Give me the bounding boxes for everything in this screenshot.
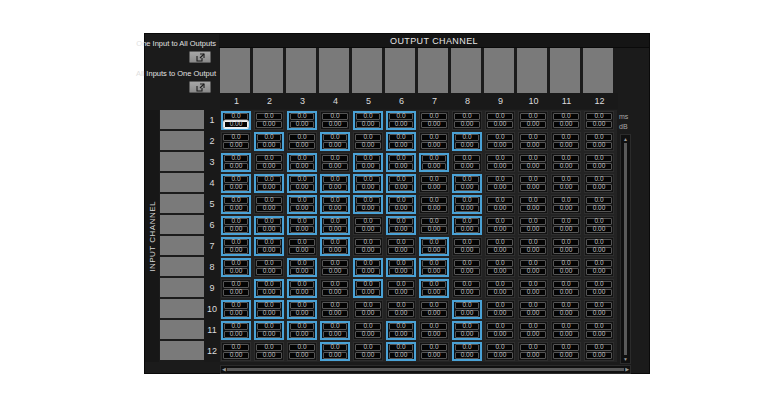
cell-db-field[interactable]: 0.00 bbox=[257, 289, 281, 296]
matrix-cell-r6c4[interactable]: 0.00.00 bbox=[319, 215, 352, 236]
matrix-cell-r12c10[interactable]: 0.00.00 bbox=[517, 341, 550, 362]
cell-db-field[interactable]: 0.00 bbox=[223, 142, 249, 149]
cell-ms-field[interactable]: 0.0 bbox=[487, 323, 513, 330]
input-channel-name-block[interactable] bbox=[160, 110, 204, 129]
cell-ms-field[interactable]: 0.0 bbox=[421, 134, 447, 141]
cell-db-field[interactable]: 0.00 bbox=[421, 310, 447, 317]
matrix-cell-r7c9[interactable]: 0.00.00 bbox=[484, 236, 517, 257]
output-channel-name-block[interactable] bbox=[385, 48, 415, 93]
cell-db-field[interactable]: 0.00 bbox=[487, 121, 513, 128]
cell-ms-field[interactable]: 0.0 bbox=[290, 113, 314, 120]
cell-ms-field[interactable]: 0.0 bbox=[356, 113, 380, 120]
cell-db-field[interactable]: 0.00 bbox=[355, 142, 381, 149]
cell-db-field[interactable]: 0.00 bbox=[553, 247, 579, 254]
cell-ms-field[interactable]: 0.0 bbox=[323, 176, 347, 183]
matrix-cell-r1c11[interactable]: 0.00.00 bbox=[550, 110, 583, 131]
cell-ms-field[interactable]: 0.0 bbox=[224, 323, 248, 330]
cell-ms-field[interactable]: 0.0 bbox=[520, 197, 546, 204]
cell-db-field[interactable]: 0.00 bbox=[586, 289, 612, 296]
matrix-cell-r8c9[interactable]: 0.00.00 bbox=[484, 257, 517, 278]
cell-db-field[interactable]: 0.00 bbox=[323, 352, 347, 359]
cell-db-field[interactable]: 0.00 bbox=[487, 184, 513, 191]
matrix-cell-r1c6[interactable]: 0.00.00 bbox=[385, 110, 418, 131]
cell-ms-field[interactable]: 0.0 bbox=[256, 155, 282, 162]
cell-ms-field[interactable]: 0.0 bbox=[323, 218, 347, 225]
matrix-cell-r8c12[interactable]: 0.00.00 bbox=[583, 257, 616, 278]
output-channel-name-block[interactable] bbox=[220, 48, 250, 93]
matrix-cell-r9c1[interactable]: 0.00.00 bbox=[220, 278, 253, 299]
cell-ms-field[interactable]: 0.0 bbox=[487, 344, 513, 351]
matrix-cell-r7c10[interactable]: 0.00.00 bbox=[517, 236, 550, 257]
matrix-cell-r7c8[interactable]: 0.00.00 bbox=[451, 236, 484, 257]
cell-ms-field[interactable]: 0.0 bbox=[356, 281, 380, 288]
matrix-cell-r4c8[interactable]: 0.00.00 bbox=[451, 173, 484, 194]
cell-db-field[interactable]: 0.00 bbox=[454, 121, 480, 128]
cell-ms-field[interactable]: 0.0 bbox=[586, 197, 612, 204]
matrix-cell-r7c7[interactable]: 0.00.00 bbox=[418, 236, 451, 257]
one-input-to-all-outputs-button[interactable] bbox=[189, 51, 211, 63]
matrix-cell-r5c1[interactable]: 0.00.00 bbox=[220, 194, 253, 215]
cell-ms-field[interactable]: 0.0 bbox=[256, 344, 282, 351]
cell-ms-field[interactable]: 0.0 bbox=[455, 197, 479, 204]
cell-db-field[interactable]: 0.00 bbox=[323, 142, 347, 149]
matrix-cell-r9c6[interactable]: 0.00.00 bbox=[385, 278, 418, 299]
cell-db-field[interactable]: 0.00 bbox=[289, 247, 315, 254]
matrix-cell-r2c10[interactable]: 0.00.00 bbox=[517, 131, 550, 152]
cell-db-field[interactable]: 0.00 bbox=[356, 205, 380, 212]
matrix-cell-r12c8[interactable]: 0.00.00 bbox=[451, 341, 484, 362]
cell-db-field[interactable]: 0.00 bbox=[389, 121, 413, 128]
scroll-down-icon[interactable]: ▼ bbox=[623, 356, 628, 362]
matrix-cell-r10c8[interactable]: 0.00.00 bbox=[451, 299, 484, 320]
cell-ms-field[interactable]: 0.0 bbox=[487, 281, 513, 288]
matrix-cell-r4c9[interactable]: 0.00.00 bbox=[484, 173, 517, 194]
cell-db-field[interactable]: 0.00 bbox=[454, 289, 480, 296]
output-channel-name-block[interactable] bbox=[451, 48, 481, 93]
cell-ms-field[interactable]: 0.0 bbox=[224, 155, 248, 162]
cell-db-field[interactable]: 0.00 bbox=[389, 352, 413, 359]
cell-db-field[interactable]: 0.00 bbox=[290, 121, 314, 128]
cell-db-field[interactable]: 0.00 bbox=[223, 289, 249, 296]
cell-db-field[interactable]: 0.00 bbox=[455, 352, 479, 359]
vertical-scrollbar[interactable]: ▲ ▼ bbox=[620, 134, 631, 364]
cell-ms-field[interactable]: 0.0 bbox=[586, 323, 612, 330]
cell-ms-field[interactable]: 0.0 bbox=[487, 155, 513, 162]
cell-ms-field[interactable]: 0.0 bbox=[257, 218, 281, 225]
cell-db-field[interactable]: 0.00 bbox=[290, 205, 314, 212]
cell-db-field[interactable]: 0.00 bbox=[355, 247, 381, 254]
cell-ms-field[interactable]: 0.0 bbox=[455, 134, 479, 141]
cell-db-field[interactable]: 0.00 bbox=[454, 268, 480, 275]
cell-ms-field[interactable]: 0.0 bbox=[323, 134, 347, 141]
matrix-cell-r11c1[interactable]: 0.00.00 bbox=[220, 320, 253, 341]
cell-db-field[interactable]: 0.00 bbox=[553, 352, 579, 359]
cell-ms-field[interactable]: 0.0 bbox=[224, 239, 248, 246]
cell-db-field[interactable]: 0.00 bbox=[389, 184, 413, 191]
cell-ms-field[interactable]: 0.0 bbox=[389, 218, 413, 225]
cell-ms-field[interactable]: 0.0 bbox=[421, 176, 447, 183]
cell-db-field[interactable]: 0.00 bbox=[355, 226, 381, 233]
matrix-cell-r3c9[interactable]: 0.00.00 bbox=[484, 152, 517, 173]
cell-ms-field[interactable]: 0.0 bbox=[389, 197, 413, 204]
matrix-cell-r2c5[interactable]: 0.00.00 bbox=[352, 131, 385, 152]
scroll-up-icon[interactable]: ▲ bbox=[623, 136, 628, 142]
cell-ms-field[interactable]: 0.0 bbox=[487, 197, 513, 204]
matrix-cell-r8c1[interactable]: 0.00.00 bbox=[220, 257, 253, 278]
cell-ms-field[interactable]: 0.0 bbox=[553, 176, 579, 183]
matrix-cell-r6c8[interactable]: 0.00.00 bbox=[451, 215, 484, 236]
cell-ms-field[interactable]: 0.0 bbox=[224, 260, 248, 267]
cell-ms-field[interactable]: 0.0 bbox=[586, 155, 612, 162]
cell-db-field[interactable]: 0.00 bbox=[422, 163, 446, 170]
cell-ms-field[interactable]: 0.0 bbox=[257, 176, 281, 183]
cell-ms-field[interactable]: 0.0 bbox=[224, 302, 248, 309]
input-channel-name-block[interactable] bbox=[160, 278, 204, 297]
matrix-cell-r11c3[interactable]: 0.00.00 bbox=[286, 320, 319, 341]
cell-db-field[interactable]: 0.00 bbox=[356, 268, 380, 275]
cell-db-field[interactable]: 0.00 bbox=[224, 331, 248, 338]
horizontal-scrollbar[interactable]: ◀ ▶ bbox=[220, 365, 631, 374]
cell-ms-field[interactable]: 0.0 bbox=[553, 239, 579, 246]
cell-ms-field[interactable]: 0.0 bbox=[586, 176, 612, 183]
matrix-cell-r3c1[interactable]: 0.00.00 bbox=[220, 152, 253, 173]
cell-ms-field[interactable]: 0.0 bbox=[455, 218, 479, 225]
matrix-cell-r10c12[interactable]: 0.00.00 bbox=[583, 299, 616, 320]
cell-db-field[interactable]: 0.00 bbox=[389, 163, 413, 170]
cell-db-field[interactable]: 0.00 bbox=[520, 142, 546, 149]
